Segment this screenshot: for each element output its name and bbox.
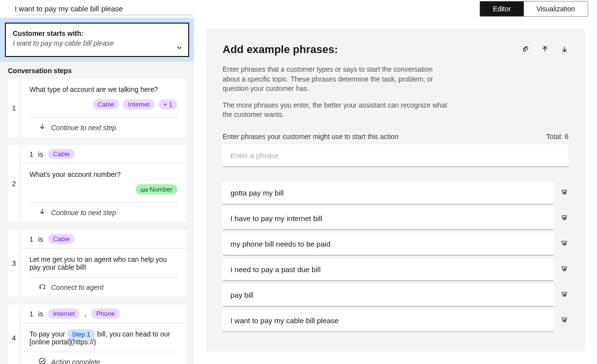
connect-label: Connect to agent — [51, 283, 104, 291]
cond-tag[interactable]: Internet — [48, 308, 80, 319]
phrase-cell[interactable]: I want to pay my cable bill please — [223, 309, 554, 332]
phrase-row: gotta pay my bill — [223, 182, 569, 204]
example-phrases-panel: Add example phrases: Enter phrases that … — [206, 28, 585, 352]
comma: , — [85, 310, 86, 318]
delete-phrase-icon[interactable] — [561, 214, 569, 223]
headset-icon — [38, 282, 46, 292]
chevron-down-icon[interactable] — [175, 44, 183, 53]
step-card[interactable]: 1 What type of account are we talking he… — [8, 79, 186, 137]
condition-row[interactable]: 1 is Cable — [21, 230, 186, 249]
step-text: To pay your Step 1 bill, you can head to… — [21, 323, 186, 349]
phrase-cell[interactable]: pay bill — [223, 284, 554, 307]
step-text: Let me get you to an agent who can help … — [21, 249, 186, 274]
delete-phrase-icon[interactable] — [561, 316, 569, 325]
phrase-row: my phone bill needs to be paid — [223, 233, 569, 255]
phrase-row: I want to pay my cable bill please — [223, 309, 569, 332]
option-tag[interactable]: Cable — [93, 99, 119, 110]
panel-description: Enter phrases that a customer types or s… — [223, 65, 449, 94]
phrase-input-label: Enter phrases your customer might use to… — [223, 133, 398, 140]
phrase-cell[interactable]: my phone bill needs to be paid — [223, 233, 554, 255]
download-icon[interactable] — [561, 45, 569, 55]
condition-row[interactable]: 1 is Internet , Phone — [21, 305, 186, 323]
arrow-down-icon — [38, 123, 46, 132]
cond-step-ref: 1 — [29, 150, 33, 158]
phrase-row: pay bill — [223, 284, 569, 307]
cond-tag[interactable]: Cable — [48, 149, 75, 159]
step-number: 1 — [8, 79, 21, 137]
starts-label: Customer starts with: — [13, 29, 181, 37]
panel-title: Add example phrases: — [223, 43, 521, 56]
delete-phrase-icon[interactable] — [561, 265, 569, 274]
complete-label: Action complete — [51, 358, 100, 364]
step-text: What's your account number? — [21, 164, 186, 181]
delete-phrase-icon[interactable] — [561, 290, 569, 300]
steps-sidebar: Customer starts with: I want to pay my c… — [0, 18, 194, 364]
delete-phrase-icon[interactable] — [561, 188, 569, 197]
phrase-cell[interactable]: I have to pay my internet bill — [223, 207, 554, 230]
phrase-row: I have to pay my internet bill — [223, 207, 569, 230]
checkmark-circle-icon — [38, 357, 46, 364]
arrow-down-icon — [38, 208, 46, 217]
cond-is: is — [38, 310, 43, 318]
cond-step-ref: 1 — [29, 235, 33, 243]
cond-is: is — [38, 150, 43, 158]
phrase-cell[interactable]: I need to pay a past due bill — [223, 258, 554, 281]
option-tag[interactable]: Internet — [123, 99, 154, 110]
svg-point-0 — [39, 358, 45, 364]
step-card[interactable]: 3 1 is Cable Let me get you to an agent … — [8, 230, 186, 297]
phrase-total: Total: 6 — [546, 133, 569, 140]
continue-label: Continue to next step — [51, 209, 116, 217]
condition-row[interactable]: 1 is Cable — [21, 145, 186, 164]
step-card[interactable]: 2 1 is Cable What's your account number?… — [8, 145, 186, 222]
tab-editor[interactable]: Editor — [480, 1, 524, 16]
upload-icon[interactable] — [541, 45, 549, 55]
step-number: 2 — [8, 145, 21, 222]
step-number: 3 — [8, 230, 21, 297]
cond-tag[interactable]: Phone — [91, 308, 120, 319]
view-switch: Editor Visualization — [480, 1, 588, 17]
panel-description: The more phrases you enter, the better y… — [223, 101, 449, 120]
customer-starts-block[interactable]: Customer starts with: I want to pay my c… — [5, 23, 189, 57]
delete-phrase-icon[interactable] — [561, 239, 569, 249]
step-number: 4 — [8, 305, 21, 364]
cond-step-ref: 1 — [29, 310, 33, 318]
phrase-cell[interactable]: gotta pay my bill — [223, 182, 554, 204]
tab-visualization[interactable]: Visualization — [524, 1, 588, 16]
attachment-icon[interactable] — [521, 45, 529, 55]
phrase-input[interactable] — [223, 144, 569, 167]
cond-is: is — [38, 235, 43, 243]
option-tag-more[interactable]: + 1 — [159, 99, 177, 110]
cond-tag[interactable]: Cable — [48, 234, 75, 244]
step-card[interactable]: 4 1 is Internet , Phone To pay your Step… — [8, 305, 186, 364]
starts-phrase: I want to pay my cable bill please — [13, 39, 181, 47]
phrase-list: gotta pay my billI have to pay my intern… — [223, 182, 569, 332]
action-title-input[interactable] — [15, 2, 193, 15]
conversation-steps-label: Conversation steps — [0, 62, 194, 79]
continue-label: Continue to next step — [51, 124, 116, 132]
number-tag[interactable]: Number — [136, 184, 177, 195]
step-text: What type of account are we talking here… — [21, 79, 186, 96]
phrase-row: I need to pay a past due bill — [223, 258, 569, 281]
